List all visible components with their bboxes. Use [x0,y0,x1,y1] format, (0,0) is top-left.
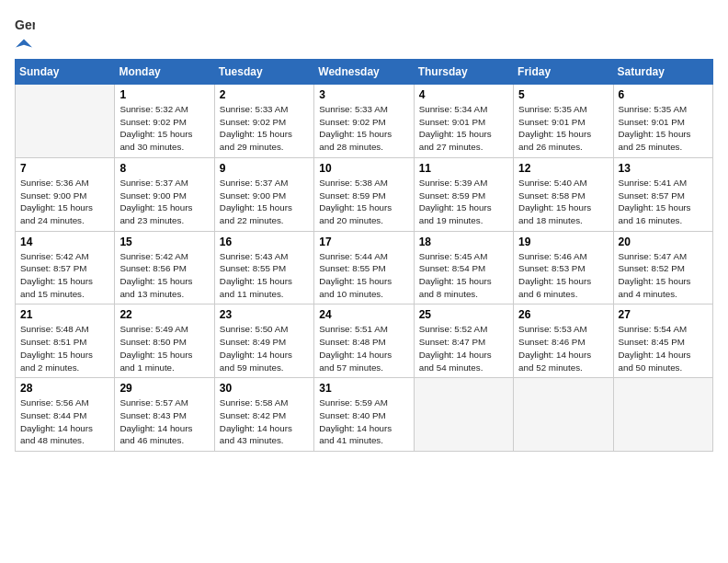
calendar-cell: 6Sunrise: 5:35 AMSunset: 9:01 PMDaylight… [613,85,712,158]
day-number: 28 [20,382,109,395]
day-info: Sunrise: 5:44 AMSunset: 8:55 PMDaylight:… [319,250,408,301]
calendar-cell: 17Sunrise: 5:44 AMSunset: 8:55 PMDayligh… [314,231,414,304]
day-info: Sunrise: 5:53 AMSunset: 8:46 PMDaylight:… [518,323,608,373]
day-info: Sunrise: 5:54 AMSunset: 8:45 PMDaylight:… [619,323,708,373]
calendar-cell: 22Sunrise: 5:49 AMSunset: 8:50 PMDayligh… [115,304,214,378]
calendar-cell: 3Sunrise: 5:33 AMSunset: 9:02 PMDaylight… [314,85,414,158]
day-number: 3 [319,88,408,101]
day-info: Sunrise: 5:35 AMSunset: 9:01 PMDaylight:… [619,103,708,154]
calendar-cell: 16Sunrise: 5:43 AMSunset: 8:55 PMDayligh… [214,231,313,304]
logo-bird-icon [16,35,32,52]
day-number: 11 [419,162,508,175]
day-number: 1 [119,88,209,101]
calendar-cell [414,378,513,452]
calendar-week-5: 28Sunrise: 5:56 AMSunset: 8:44 PMDayligh… [16,378,713,452]
day-info: Sunrise: 5:49 AMSunset: 8:50 PMDaylight:… [119,323,209,373]
day-header-wednesday: Wednesday [314,60,414,85]
day-number: 30 [220,382,309,395]
day-header-friday: Friday [514,60,613,85]
calendar-week-2: 7Sunrise: 5:36 AMSunset: 9:00 PMDaylight… [16,157,713,231]
day-info: Sunrise: 5:32 AMSunset: 9:02 PMDaylight:… [119,103,209,154]
calendar-cell: 26Sunrise: 5:53 AMSunset: 8:46 PMDayligh… [514,304,613,378]
day-number: 23 [220,308,309,321]
calendar-header-row: SundayMondayTuesdayWednesdayThursdayFrid… [16,60,713,85]
day-info: Sunrise: 5:51 AMSunset: 8:48 PMDaylight:… [319,323,408,373]
day-header-monday: Monday [115,60,214,85]
day-info: Sunrise: 5:37 AMSunset: 9:00 PMDaylight:… [220,177,309,227]
day-number: 31 [319,382,408,395]
calendar-cell: 31Sunrise: 5:59 AMSunset: 8:40 PMDayligh… [314,378,414,452]
calendar-cell: 28Sunrise: 5:56 AMSunset: 8:44 PMDayligh… [16,378,115,452]
page-header: Gen [15,15,713,52]
day-number: 5 [518,88,608,101]
calendar-cell [613,378,712,452]
day-info: Sunrise: 5:35 AMSunset: 9:01 PMDaylight:… [518,103,608,154]
day-header-thursday: Thursday [414,60,513,85]
day-number: 4 [419,88,508,101]
day-info: Sunrise: 5:57 AMSunset: 8:43 PMDaylight:… [119,396,209,447]
day-info: Sunrise: 5:52 AMSunset: 8:47 PMDaylight:… [419,323,508,373]
calendar-cell: 15Sunrise: 5:42 AMSunset: 8:56 PMDayligh… [115,231,214,304]
day-info: Sunrise: 5:33 AMSunset: 9:02 PMDaylight:… [319,103,408,154]
day-info: Sunrise: 5:39 AMSunset: 8:59 PMDaylight:… [419,177,508,227]
day-number: 6 [619,88,708,101]
day-number: 8 [119,162,209,175]
calendar-cell: 21Sunrise: 5:48 AMSunset: 8:51 PMDayligh… [16,304,115,378]
calendar-cell: 27Sunrise: 5:54 AMSunset: 8:45 PMDayligh… [613,304,712,378]
calendar-cell: 2Sunrise: 5:33 AMSunset: 9:02 PMDaylight… [214,85,313,158]
calendar-cell: 8Sunrise: 5:37 AMSunset: 9:00 PMDaylight… [115,157,214,231]
day-number: 16 [220,236,309,248]
day-info: Sunrise: 5:33 AMSunset: 9:02 PMDaylight:… [220,103,309,154]
calendar-cell: 9Sunrise: 5:37 AMSunset: 9:00 PMDaylight… [214,157,313,231]
calendar-week-1: 1Sunrise: 5:32 AMSunset: 9:02 PMDaylight… [16,85,713,158]
calendar-week-3: 14Sunrise: 5:42 AMSunset: 8:57 PMDayligh… [16,231,713,304]
calendar-cell: 18Sunrise: 5:45 AMSunset: 8:54 PMDayligh… [414,231,513,304]
calendar-cell: 7Sunrise: 5:36 AMSunset: 9:00 PMDaylight… [16,157,115,231]
calendar-cell: 14Sunrise: 5:42 AMSunset: 8:57 PMDayligh… [16,231,115,304]
day-header-saturday: Saturday [613,60,712,85]
svg-text:Gen: Gen [15,17,35,32]
day-info: Sunrise: 5:41 AMSunset: 8:57 PMDaylight:… [619,177,708,227]
calendar-cell: 20Sunrise: 5:47 AMSunset: 8:52 PMDayligh… [613,231,712,304]
day-info: Sunrise: 5:59 AMSunset: 8:40 PMDaylight:… [319,396,408,447]
day-number: 26 [518,308,608,321]
day-number: 19 [518,236,608,248]
day-info: Sunrise: 5:45 AMSunset: 8:54 PMDaylight:… [419,250,508,301]
logo-icon: Gen [15,15,35,35]
day-info: Sunrise: 5:38 AMSunset: 8:59 PMDaylight:… [319,177,408,227]
calendar-cell: 30Sunrise: 5:58 AMSunset: 8:42 PMDayligh… [214,378,313,452]
day-header-sunday: Sunday [16,60,115,85]
calendar-cell: 24Sunrise: 5:51 AMSunset: 8:48 PMDayligh… [314,304,414,378]
calendar-cell [16,85,115,158]
calendar-cell: 10Sunrise: 5:38 AMSunset: 8:59 PMDayligh… [314,157,414,231]
day-number: 13 [619,162,708,175]
day-number: 10 [319,162,408,175]
day-header-tuesday: Tuesday [214,60,313,85]
svg-marker-1 [16,40,32,48]
day-number: 17 [319,236,408,248]
day-info: Sunrise: 5:37 AMSunset: 9:00 PMDaylight:… [119,177,209,227]
day-number: 22 [119,308,209,321]
day-info: Sunrise: 5:34 AMSunset: 9:01 PMDaylight:… [419,103,508,154]
day-info: Sunrise: 5:46 AMSunset: 8:53 PMDaylight:… [518,250,608,301]
day-info: Sunrise: 5:47 AMSunset: 8:52 PMDaylight:… [619,250,708,301]
calendar-cell: 12Sunrise: 5:40 AMSunset: 8:58 PMDayligh… [514,157,613,231]
calendar-cell: 25Sunrise: 5:52 AMSunset: 8:47 PMDayligh… [414,304,513,378]
day-info: Sunrise: 5:56 AMSunset: 8:44 PMDaylight:… [20,396,109,447]
calendar-cell [514,378,613,452]
logo: Gen [15,15,35,52]
calendar-cell: 11Sunrise: 5:39 AMSunset: 8:59 PMDayligh… [414,157,513,231]
calendar-week-4: 21Sunrise: 5:48 AMSunset: 8:51 PMDayligh… [16,304,713,378]
day-number: 15 [119,236,209,248]
day-number: 25 [419,308,508,321]
day-info: Sunrise: 5:42 AMSunset: 8:57 PMDaylight:… [20,250,109,301]
day-info: Sunrise: 5:58 AMSunset: 8:42 PMDaylight:… [220,396,309,447]
day-info: Sunrise: 5:42 AMSunset: 8:56 PMDaylight:… [119,250,209,301]
calendar-table: SundayMondayTuesdayWednesdayThursdayFrid… [15,59,713,452]
day-number: 12 [518,162,608,175]
calendar-cell: 29Sunrise: 5:57 AMSunset: 8:43 PMDayligh… [115,378,214,452]
calendar-cell: 1Sunrise: 5:32 AMSunset: 9:02 PMDaylight… [115,85,214,158]
day-number: 18 [419,236,508,248]
day-number: 7 [20,162,109,175]
day-number: 24 [319,308,408,321]
